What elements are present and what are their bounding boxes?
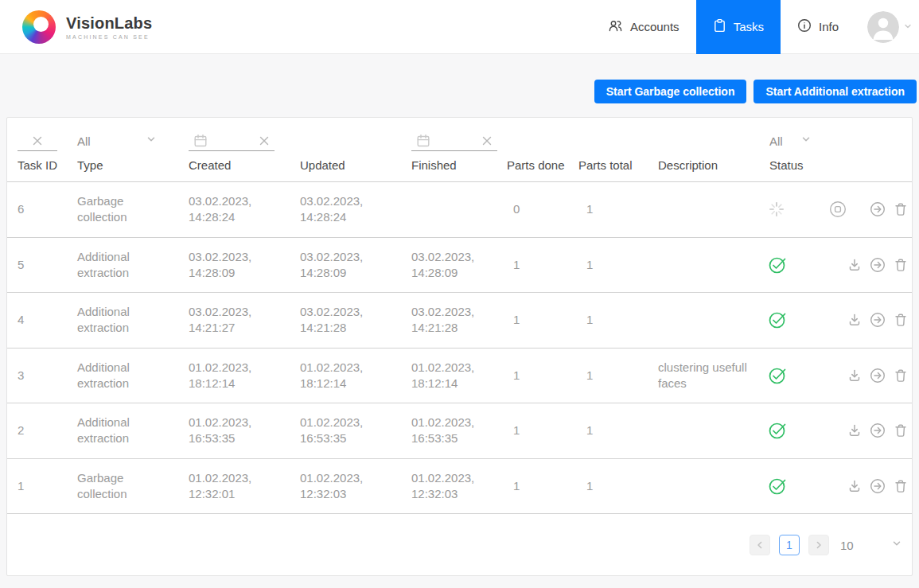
nav-item-tasks[interactable]: Tasks [696,0,781,54]
status-cell [769,201,827,218]
check-circle-icon [768,366,787,385]
task-id-cell: 4 [18,312,77,328]
column-label-description: Description [658,158,747,172]
parts-done-cell: 1 [507,257,578,273]
task-id-filter-input[interactable] [18,130,57,151]
updated-cell: 01.02.2023, 12:32:03 [300,470,411,502]
updated-cell: 01.02.2023, 16:53:35 [300,415,411,446]
parts-total-cell: 1 [578,312,658,328]
chevron-down-icon [146,134,157,148]
open-task-button[interactable] [870,257,886,273]
tasks-table-card: Task ID All Type Created U [6,117,913,576]
parts-done-cell: 0 [507,201,578,217]
avatar [867,11,899,43]
parts-done-cell: 1 [507,368,578,384]
row-actions-cell [827,478,912,494]
row-actions-cell [827,423,912,438]
column-label-finished: Finished [411,158,500,172]
created-cell: 01.02.2023, 18:12:14 [189,360,300,391]
user-menu[interactable] [867,11,914,43]
delete-task-button[interactable] [893,201,909,217]
main-nav: Accounts Tasks Info [591,0,914,54]
task-id-cell: 6 [18,201,77,217]
status-filter-select[interactable]: All [769,130,812,151]
table-row: 4 Additional extraction 03.02.2023, 14:2… [7,293,912,349]
download-result-button[interactable] [847,257,863,273]
table-row: 3 Additional extraction 01.02.2023, 18:1… [7,349,912,404]
calendar-icon[interactable] [415,133,431,149]
task-type-cell: Additional extraction [77,249,189,281]
type-filter-select[interactable]: All [77,130,157,151]
status-cell [769,310,827,329]
pagination-prev-button[interactable] [750,535,770,555]
task-id-cell: 3 [18,368,77,384]
start-additional-extraction-button[interactable]: Start Additional extraction [754,80,917,103]
open-task-button[interactable] [870,478,886,494]
chevron-down-icon [800,134,812,148]
start-garbage-collection-button[interactable]: Start Garbage collection [594,80,747,103]
parts-total-cell: 1 [578,201,658,217]
delete-task-button[interactable] [893,368,909,384]
table-row: 1 Garbage collection 01.02.2023, 12:32:0… [7,459,912,515]
status-cell [769,255,827,275]
delete-task-button[interactable] [893,423,909,438]
nav-label-tasks: Tasks [734,20,764,33]
delete-task-button[interactable] [893,312,909,328]
download-result-button[interactable] [847,368,863,384]
nav-item-info[interactable]: Info [781,0,855,54]
finished-date-filter[interactable] [411,130,497,151]
clear-x-icon[interactable] [480,134,494,148]
description-cell: clustering usefull faces [658,360,769,391]
table-body: 6 Garbage collection 03.02.2023, 14:28:2… [7,182,912,514]
task-actions-toolbar: Start Garbage collection Start Additiona… [594,80,917,103]
column-label-created: Created [189,158,278,172]
download-result-button[interactable] [847,478,863,494]
column-label-type: Type [77,158,158,172]
pagination-page-1[interactable]: 1 [779,535,800,555]
delete-task-button[interactable] [893,478,909,494]
row-actions-cell [827,257,912,273]
column-header-updated: Updated [300,158,411,181]
stop-task-button[interactable] [829,201,847,218]
created-date-filter[interactable] [189,130,275,151]
open-task-button[interactable] [870,312,886,328]
created-cell: 01.02.2023, 12:32:01 [189,470,300,502]
download-result-button[interactable] [847,423,863,438]
finished-cell: 03.02.2023, 14:28:09 [411,249,507,281]
column-label-task-id: Task ID [18,158,77,172]
task-type-cell: Garbage collection [77,470,189,502]
parts-total-cell: 1 [578,368,658,384]
open-task-button[interactable] [870,423,886,438]
clear-x-icon[interactable] [30,134,45,148]
chevron-down-icon [891,538,902,552]
people-icon [608,19,623,35]
column-header-type: All Type [77,130,189,181]
created-cell: 03.02.2023, 14:21:27 [189,304,300,336]
column-header-finished: Finished [411,130,507,181]
finished-cell: 01.02.2023, 12:32:03 [411,470,507,502]
info-icon [797,18,812,35]
brand-name: VisionLabs [66,14,152,32]
task-type-cell: Additional extraction [77,360,189,391]
open-task-button[interactable] [870,368,886,384]
table-header: Task ID All Type Created U [7,118,912,182]
nav-item-accounts[interactable]: Accounts [591,0,696,54]
task-id-cell: 2 [18,423,77,438]
download-result-button[interactable] [847,312,863,328]
page-size-select[interactable]: 10 [840,538,902,552]
delete-task-button[interactable] [893,257,909,273]
table-footer: 1 10 [7,514,912,576]
column-header-created: Created [189,130,300,181]
column-header-parts-done: Parts done [507,158,578,181]
calendar-icon[interactable] [193,133,208,149]
column-label-updated: Updated [300,158,389,172]
status-cell [769,366,827,385]
clear-x-icon[interactable] [257,134,271,148]
status-cell [769,421,827,440]
column-header-actions [827,172,912,181]
open-task-button[interactable] [870,201,886,217]
column-header-status: All Status [769,130,827,181]
brand-text: VisionLabs MACHINES CAN SEE [66,14,152,40]
pagination-next-button[interactable] [808,535,829,555]
task-id-cell: 5 [18,257,77,273]
